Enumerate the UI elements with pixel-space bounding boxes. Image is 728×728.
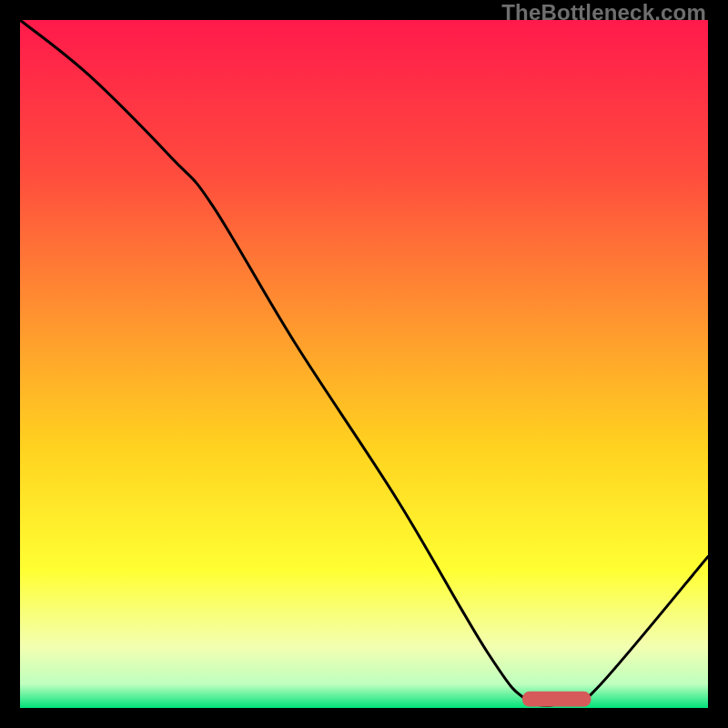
chart-background: [20, 20, 708, 708]
watermark-text: TheBottleneck.com: [501, 0, 706, 25]
chart-frame: [20, 20, 708, 708]
optimal-range-marker: [522, 692, 592, 707]
chart-plot: [20, 20, 708, 708]
